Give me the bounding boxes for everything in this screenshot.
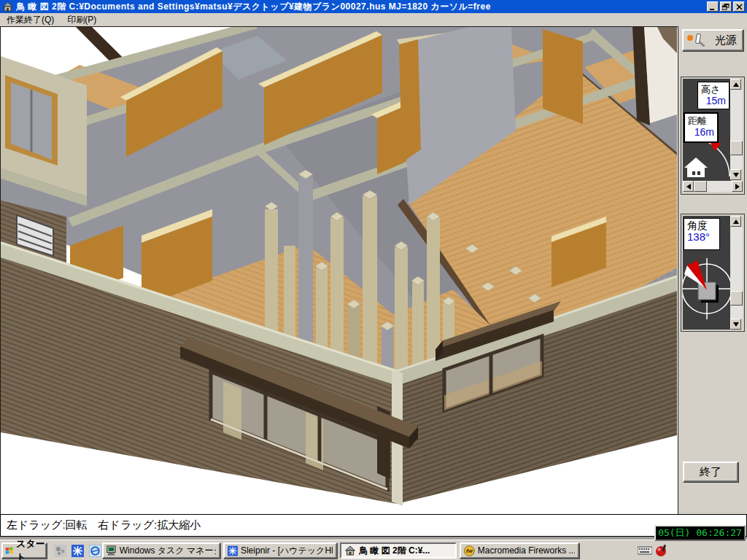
menu-item-print[interactable]: 印刷(P) — [61, 13, 103, 27]
quicklaunch-browser-icon[interactable] — [88, 543, 102, 558]
taskbar: スタート Windows タスク マ — [0, 540, 747, 560]
angle-scroll-track2[interactable] — [730, 306, 743, 319]
house-icon — [684, 158, 708, 177]
distance-value: 16m — [685, 126, 717, 138]
angle-readout: 角度 138° — [684, 218, 720, 250]
distance-scroll-track[interactable] — [707, 181, 732, 192]
application-window: 鳥 瞰 図 2階 C:¥Documents and Settings¥matsu… — [0, 0, 747, 560]
light-source-label: 光源 — [715, 34, 737, 47]
height-readout: 高さ 15m — [697, 82, 729, 109]
task-manager-icon — [107, 545, 117, 556]
birdview-scene — [1, 27, 678, 514]
height-scroll-track[interactable] — [730, 90, 743, 141]
task-button-fireworks[interactable]: fw Macromedia Fireworks ... — [460, 542, 579, 559]
distance-scroll-left[interactable] — [683, 181, 694, 192]
title-bar: 鳥 瞰 図 2階 C:¥Documents and Settings¥matsu… — [0, 0, 747, 13]
angle-value: 138° — [684, 231, 719, 243]
distance-label: 距離 — [685, 114, 717, 126]
desktop-clock-widget: 05(日) 06:26:27 — [654, 525, 746, 541]
height-value: 15m — [698, 95, 729, 106]
angle-scroll-down[interactable] — [730, 319, 741, 330]
minimize-button[interactable] — [707, 1, 719, 12]
distance-scrollbar — [683, 181, 743, 192]
start-button[interactable]: スタート — [1, 542, 47, 559]
quicklaunch-sleipnir-icon[interactable] — [70, 543, 85, 558]
menu-item-quit[interactable]: 作業終了(Q) — [0, 13, 61, 27]
task-label: 鳥 瞰 図 2階 C:¥... — [359, 545, 430, 557]
sleipnir-icon — [228, 545, 238, 556]
distance-readout: 距離 16m — [684, 112, 719, 143]
pointing-device-icon[interactable] — [654, 544, 669, 557]
task-button-birdview[interactable]: 鳥 瞰 図 2階 C:¥... — [340, 542, 457, 559]
start-label: スタート — [16, 537, 45, 560]
house-icon — [344, 545, 356, 556]
angle-scrollbar — [730, 216, 743, 330]
view-position-panel: 高さ 15m 距離 16m — [681, 77, 745, 195]
status-bar: 左ドラッグ:回転 右ドラッグ:拡大縮小 — [0, 514, 747, 537]
quicklaunch-show-desktop-icon[interactable] — [53, 543, 67, 558]
angle-label: 角度 — [684, 219, 719, 231]
close-button[interactable] — [733, 1, 745, 12]
height-scroll-down[interactable] — [730, 169, 741, 180]
task-label: Macromedia Fireworks ... — [478, 545, 575, 556]
svg-text:fw: fw — [466, 548, 473, 554]
light-source-button[interactable]: 光源 — [682, 29, 743, 51]
height-scrollbar — [730, 79, 743, 180]
task-button-sleipnir[interactable]: Sleipnir - [ハウテックHP] — [223, 542, 337, 559]
control-sidebar: 光源 高さ 15m — [678, 26, 747, 515]
keyboard-icon[interactable] — [638, 544, 652, 557]
light-bulb-icon — [687, 34, 706, 48]
task-label: Windows タスク マネージャ — [120, 545, 216, 557]
angle-scroll-thumb[interactable] — [730, 291, 743, 306]
angle-scroll-up[interactable] — [730, 216, 741, 227]
restore-button[interactable] — [720, 1, 732, 12]
menu-bar: 作業終了(Q) 印刷(P) — [0, 13, 747, 26]
app-house-icon — [2, 1, 13, 12]
3d-viewport[interactable] — [0, 26, 678, 515]
task-button-taskmanager[interactable]: Windows タスク マネージャ — [102, 542, 220, 559]
height-label: 高さ — [698, 82, 729, 95]
compass-dial — [683, 258, 731, 319]
distance-scroll-right[interactable] — [732, 181, 743, 192]
view-position-display[interactable]: 高さ 15m 距離 16m — [683, 79, 731, 181]
exit-button[interactable]: 終了 — [683, 462, 738, 482]
height-scroll-thumb[interactable] — [730, 141, 743, 155]
distance-scroll-thumb[interactable] — [694, 181, 707, 192]
drag-hint-text: 左ドラッグ:回転 右ドラッグ:拡大縮小 — [1, 515, 746, 532]
windows-logo-icon — [5, 545, 14, 556]
view-angle-panel: 角度 138° — [681, 214, 745, 332]
exit-button-label: 終了 — [700, 465, 721, 479]
angle-display[interactable]: 角度 138° — [683, 216, 731, 330]
task-label: Sleipnir - [ハウテックHP] — [241, 545, 333, 557]
angle-scroll-track[interactable] — [730, 227, 743, 291]
window-title: 鳥 瞰 図 2階 C:¥Documents and Settings¥matsu… — [16, 1, 707, 13]
height-scroll-track2[interactable] — [730, 155, 743, 169]
height-scroll-up[interactable] — [730, 79, 741, 90]
fireworks-icon: fw — [464, 545, 475, 556]
clock-text: 05(日) 06:26:27 — [658, 526, 742, 540]
